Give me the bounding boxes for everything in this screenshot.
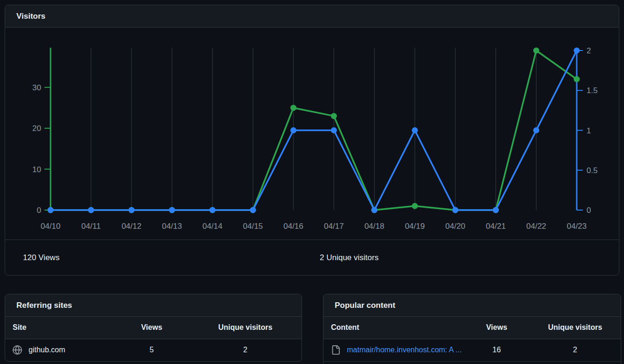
visitors-chart: 010203000.511.5204/1004/1104/1204/1304/1…: [5, 28, 619, 240]
x-axis-label: 04/22: [526, 222, 546, 231]
data-point-unique-visitors: [574, 48, 580, 54]
visitors-chart-canvas: 010203000.511.5204/1004/1104/1204/1304/1…: [5, 28, 619, 240]
referring-site-name: github.com: [29, 346, 65, 354]
visitors-title: Visitors: [16, 12, 45, 21]
popular-content-unique: 2: [529, 339, 621, 361]
referring-sites-card: Referring sites Site Views Unique visito…: [5, 294, 302, 362]
x-axis-label: 04/18: [364, 222, 384, 231]
column-header-views: Views: [464, 317, 529, 339]
data-point-unique-visitors: [48, 207, 54, 213]
right-axis-tick-label: 0.5: [587, 166, 598, 175]
visitors-panel: Visitors 010203000.511.5204/1004/1104/12…: [5, 5, 619, 276]
x-axis-label: 04/16: [283, 222, 303, 231]
popular-content-title: Popular content: [335, 301, 395, 310]
x-axis-label: 04/14: [203, 222, 223, 231]
x-axis-label: 04/19: [405, 222, 425, 231]
visitors-summary: 120 Views 2 Unique visitors: [5, 240, 619, 276]
data-point-unique-visitors: [128, 207, 134, 213]
x-axis-label: 04/10: [41, 222, 61, 231]
x-axis-label: 04/20: [445, 222, 465, 231]
popular-content-table: Content Views Unique visitors matmair/ho…: [323, 317, 621, 362]
referring-sites-header-row: Site Views Unique visitors: [5, 317, 301, 339]
referring-sites-table: Site Views Unique visitors github.com 5 …: [5, 317, 301, 362]
column-header-site: Site: [5, 317, 114, 339]
left-axis-tick-label: 0: [37, 206, 41, 215]
popular-content-link[interactable]: matmair/home.invenhost.com: A ...: [347, 346, 462, 354]
referring-site-unique: 2: [189, 339, 301, 361]
file-icon: [331, 345, 340, 355]
data-point-views: [412, 203, 418, 209]
left-axis-tick-label: 20: [32, 124, 41, 133]
series-line-unique-visitors: [51, 51, 577, 210]
right-axis-tick-label: 1.5: [587, 86, 598, 95]
data-point-unique-visitors: [250, 207, 256, 213]
referring-site-views: 5: [114, 339, 189, 361]
total-views-stat: 120 Views: [23, 253, 59, 262]
data-point-unique-visitors: [331, 127, 337, 133]
column-header-unique-visitors: Unique visitors: [529, 317, 621, 339]
x-axis-label: 04/17: [324, 222, 344, 231]
column-header-content: Content: [323, 317, 464, 339]
right-axis-tick-label: 2: [587, 46, 591, 55]
x-axis-label: 04/11: [81, 222, 101, 231]
data-point-unique-visitors: [412, 127, 418, 133]
x-axis-label: 04/13: [162, 222, 182, 231]
column-header-unique-visitors: Unique visitors: [189, 317, 301, 339]
data-point-views: [290, 105, 296, 111]
data-point-unique-visitors: [452, 207, 458, 213]
data-point-unique-visitors: [290, 127, 296, 133]
left-axis-tick-label: 10: [32, 165, 41, 174]
data-point-views: [533, 48, 539, 54]
popular-content-views: 16: [464, 339, 529, 361]
table-row: github.com 5 2: [5, 339, 301, 361]
total-unique-visitors-stat: 2 Unique visitors: [320, 253, 379, 262]
data-point-unique-visitors: [493, 207, 499, 213]
x-axis-label: 04/23: [567, 222, 587, 231]
globe-icon: [13, 345, 22, 355]
popular-content-header-row: Content Views Unique visitors: [323, 317, 621, 339]
referring-sites-title: Referring sites: [16, 301, 72, 310]
visitors-panel-header: Visitors: [5, 5, 619, 28]
right-axis-tick-label: 1: [587, 126, 591, 135]
x-axis-label: 04/21: [486, 222, 506, 231]
popular-content-header: Popular content: [323, 294, 621, 317]
data-point-views: [574, 76, 580, 82]
column-header-views: Views: [114, 317, 189, 339]
data-point-unique-visitors: [209, 207, 215, 213]
data-point-unique-visitors: [533, 127, 539, 133]
left-axis-tick-label: 30: [32, 83, 41, 92]
right-axis-tick-label: 0: [587, 206, 591, 215]
x-axis-label: 04/12: [122, 222, 142, 231]
data-point-unique-visitors: [371, 207, 377, 213]
data-point-unique-visitors: [88, 207, 94, 213]
table-row: matmair/home.invenhost.com: A ... 16 2: [323, 339, 621, 361]
data-point-views: [331, 113, 337, 119]
x-axis-label: 04/15: [243, 222, 263, 231]
popular-content-card: Popular content Content Views Unique vis…: [323, 294, 621, 364]
data-point-unique-visitors: [169, 207, 175, 213]
referring-sites-header: Referring sites: [5, 294, 301, 317]
